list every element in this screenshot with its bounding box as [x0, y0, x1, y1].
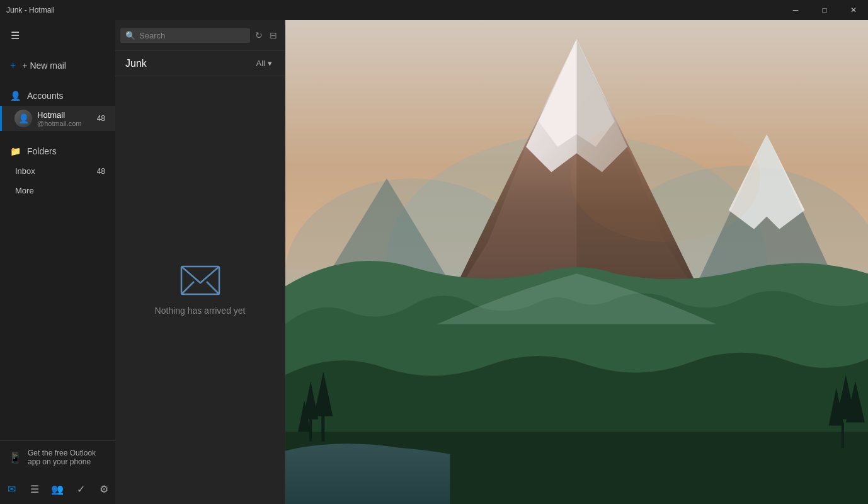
- nav-settings-button[interactable]: ⚙: [92, 476, 115, 501]
- folder-badge-inbox: 48: [97, 167, 105, 176]
- empty-state-text: Nothing has arrived yet: [155, 306, 246, 316]
- svg-point-25: [570, 115, 760, 242]
- new-mail-button[interactable]: + + New mail: [0, 50, 115, 81]
- junk-title: Junk: [125, 58, 147, 69]
- folders-label: Folders: [27, 146, 57, 156]
- right-panel: [285, 20, 868, 504]
- folders-header[interactable]: 📁 Folders: [0, 141, 115, 161]
- title-bar: Junk - Hotmail ─ □ ✕: [0, 0, 868, 20]
- nav-people-button[interactable]: 👥: [46, 476, 69, 501]
- app-body: ☰ + + New mail 👤 Accounts 👤 Hotmail: [0, 20, 868, 504]
- account-email: @hotmail.com: [37, 120, 94, 127]
- background-scene: [285, 20, 868, 504]
- refresh-button[interactable]: ↻: [253, 25, 265, 45]
- promo-text: Get the free Outlook app on your phone: [28, 449, 106, 466]
- svg-line-2: [207, 282, 219, 294]
- search-bar: 🔍 ↻ ⊟: [115, 20, 285, 51]
- search-input[interactable]: [139, 31, 245, 40]
- empty-envelope-icon: [180, 265, 220, 295]
- account-item-hotmail[interactable]: 👤 Hotmail @hotmail.com 48: [0, 106, 115, 131]
- title-bar-text: Junk - Hotmail: [6, 6, 55, 14]
- folders-icon: 📁: [10, 146, 21, 156]
- plus-icon: +: [10, 60, 16, 71]
- nav-todo-button[interactable]: ✓: [69, 476, 93, 501]
- junk-header: Junk All ▾: [115, 51, 285, 76]
- filter-sort-button[interactable]: ⊟: [268, 25, 280, 45]
- new-mail-label: + New mail: [22, 60, 66, 71]
- svg-rect-19: [309, 416, 312, 441]
- folder-item-inbox[interactable]: Inbox 48: [0, 161, 115, 181]
- close-button[interactable]: ✕: [839, 0, 868, 20]
- chevron-down-icon: ▾: [268, 59, 272, 68]
- sidebar: ☰ + + New mail 👤 Accounts 👤 Hotmail: [0, 20, 115, 504]
- check-icon: ✓: [77, 483, 85, 495]
- nav-tasks-button[interactable]: ☰: [23, 476, 47, 501]
- avatar-icon: 👤: [18, 113, 29, 123]
- filter-sort-icon: ⊟: [270, 30, 277, 40]
- accounts-label: Accounts: [27, 91, 64, 101]
- sidebar-nav: ✉ ☰ 👥 ✓ ⚙: [0, 474, 115, 504]
- avatar: 👤: [14, 110, 32, 127]
- search-icon: 🔍: [125, 31, 135, 40]
- list-icon: ☰: [30, 483, 39, 495]
- account-badge: 48: [97, 114, 105, 123]
- account-name: Hotmail: [37, 110, 94, 120]
- accounts-icon: 👤: [10, 91, 21, 101]
- svg-rect-20: [321, 413, 324, 441]
- folder-name-more: More: [15, 186, 105, 195]
- sidebar-bottom: 📱 Get the free Outlook app on your phone…: [0, 440, 115, 504]
- search-input-wrapper: 🔍: [120, 28, 250, 43]
- hamburger-button[interactable]: ☰: [0, 20, 30, 50]
- folder-name-inbox: Inbox: [15, 166, 97, 176]
- minimize-button[interactable]: ─: [781, 0, 810, 20]
- people-icon: 👥: [51, 483, 64, 495]
- maximize-button[interactable]: □: [810, 0, 839, 20]
- accounts-section: 👤 Accounts 👤 Hotmail @hotmail.com 48: [0, 81, 115, 136]
- sidebar-top: ☰ + + New mail 👤 Accounts 👤 Hotmail: [0, 20, 115, 440]
- filter-label: All: [256, 59, 265, 68]
- gear-icon: ⚙: [100, 483, 108, 495]
- svg-line-1: [181, 282, 194, 294]
- accounts-header[interactable]: 👤 Accounts: [0, 86, 115, 106]
- folders-section: 📁 Folders Inbox 48 More: [0, 136, 115, 205]
- folder-item-more[interactable]: More: [0, 181, 115, 200]
- mail-panel: 🔍 ↻ ⊟ Junk All ▾: [115, 20, 285, 504]
- nav-mail-button[interactable]: ✉: [0, 476, 23, 501]
- empty-state: Nothing has arrived yet: [115, 76, 285, 504]
- title-bar-controls: ─ □ ✕: [781, 0, 868, 20]
- svg-rect-24: [842, 422, 844, 447]
- refresh-icon: ↻: [255, 30, 263, 40]
- phone-icon: 📱: [9, 452, 21, 464]
- mail-icon: ✉: [8, 483, 16, 495]
- filter-dropdown-button[interactable]: All ▾: [254, 57, 275, 69]
- account-info: Hotmail @hotmail.com: [37, 110, 94, 127]
- outlook-promo[interactable]: 📱 Get the free Outlook app on your phone: [0, 441, 115, 474]
